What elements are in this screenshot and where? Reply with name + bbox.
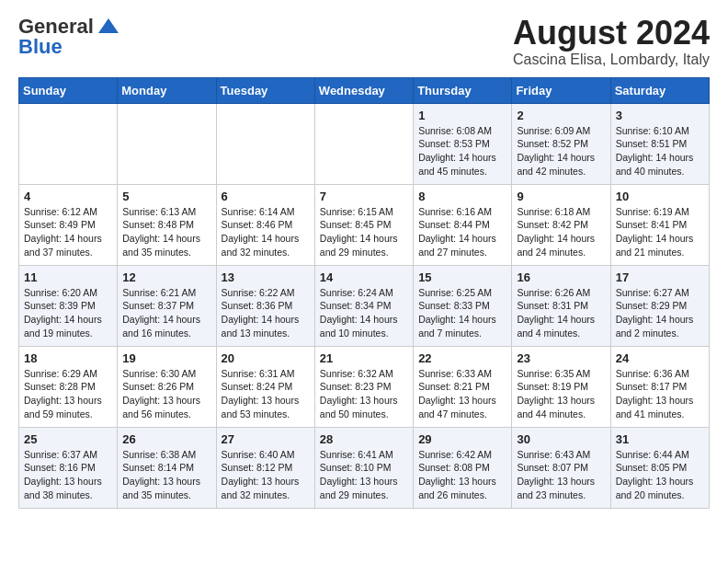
- day-number: 5: [122, 190, 210, 203]
- day-number: 8: [418, 190, 506, 203]
- calendar-cell: 13Sunrise: 6:22 AM Sunset: 8:36 PM Dayli…: [216, 265, 314, 346]
- day-number: 28: [320, 432, 408, 446]
- day-number: 2: [517, 109, 605, 122]
- calendar-cell: 28Sunrise: 6:41 AM Sunset: 8:10 PM Dayli…: [314, 427, 413, 508]
- day-info: Sunrise: 6:35 AM Sunset: 8:19 PM Dayligh…: [517, 367, 605, 421]
- calendar-cell: 18Sunrise: 6:29 AM Sunset: 8:28 PM Dayli…: [19, 346, 118, 427]
- day-info: Sunrise: 6:33 AM Sunset: 8:21 PM Dayligh…: [418, 367, 506, 421]
- day-info: Sunrise: 6:18 AM Sunset: 8:42 PM Dayligh…: [517, 205, 605, 259]
- day-info: Sunrise: 6:40 AM Sunset: 8:12 PM Dayligh…: [222, 448, 310, 502]
- calendar-cell: 11Sunrise: 6:20 AM Sunset: 8:39 PM Dayli…: [19, 265, 118, 346]
- calendar-header: SundayMondayTuesdayWednesdayThursdayFrid…: [19, 77, 710, 103]
- day-info: Sunrise: 6:43 AM Sunset: 8:07 PM Dayligh…: [517, 448, 605, 502]
- day-info: Sunrise: 6:30 AM Sunset: 8:26 PM Dayligh…: [122, 367, 210, 421]
- day-info: Sunrise: 6:16 AM Sunset: 8:44 PM Dayligh…: [418, 205, 506, 259]
- day-info: Sunrise: 6:36 AM Sunset: 8:17 PM Dayligh…: [616, 367, 704, 421]
- day-number: 24: [616, 351, 704, 365]
- day-number: 15: [418, 270, 506, 284]
- calendar-cell: 4Sunrise: 6:12 AM Sunset: 8:49 PM Daylig…: [19, 184, 118, 265]
- calendar-cell: 21Sunrise: 6:32 AM Sunset: 8:23 PM Dayli…: [314, 346, 413, 427]
- calendar-cell: 22Sunrise: 6:33 AM Sunset: 8:21 PM Dayli…: [414, 346, 512, 427]
- calendar-cell: 23Sunrise: 6:35 AM Sunset: 8:19 PM Dayli…: [512, 346, 610, 427]
- calendar-cell: 12Sunrise: 6:21 AM Sunset: 8:37 PM Dayli…: [118, 265, 216, 346]
- calendar-week-row: 25Sunrise: 6:37 AM Sunset: 8:16 PM Dayli…: [19, 427, 710, 508]
- day-number: 13: [222, 270, 310, 284]
- calendar-cell: 17Sunrise: 6:27 AM Sunset: 8:29 PM Dayli…: [610, 265, 709, 346]
- calendar-week-row: 18Sunrise: 6:29 AM Sunset: 8:28 PM Dayli…: [19, 346, 710, 427]
- weekday-header-friday: Friday: [512, 77, 610, 103]
- calendar-cell: [216, 103, 314, 184]
- day-info: Sunrise: 6:44 AM Sunset: 8:05 PM Dayligh…: [616, 448, 704, 502]
- weekday-header-wednesday: Wednesday: [314, 77, 413, 103]
- page-subtitle: Cascina Elisa, Lombardy, Italy: [513, 52, 710, 68]
- day-number: 27: [222, 432, 310, 446]
- day-number: 12: [122, 270, 210, 284]
- calendar-cell: 2Sunrise: 6:09 AM Sunset: 8:52 PM Daylig…: [512, 103, 610, 184]
- day-info: Sunrise: 6:42 AM Sunset: 8:08 PM Dayligh…: [418, 448, 506, 502]
- day-info: Sunrise: 6:37 AM Sunset: 8:16 PM Dayligh…: [24, 448, 112, 502]
- calendar-cell: 30Sunrise: 6:43 AM Sunset: 8:07 PM Dayli…: [512, 427, 610, 508]
- calendar-cell: 24Sunrise: 6:36 AM Sunset: 8:17 PM Dayli…: [610, 346, 709, 427]
- calendar-cell: 20Sunrise: 6:31 AM Sunset: 8:24 PM Dayli…: [216, 346, 314, 427]
- header: General Blue August 2024 Cascina Elisa, …: [18, 15, 710, 68]
- day-info: Sunrise: 6:27 AM Sunset: 8:29 PM Dayligh…: [616, 286, 704, 340]
- logo-icon: [97, 15, 120, 39]
- day-number: 6: [222, 190, 310, 203]
- day-info: Sunrise: 6:26 AM Sunset: 8:31 PM Dayligh…: [517, 286, 605, 340]
- calendar-cell: [118, 103, 216, 184]
- day-number: 26: [122, 432, 210, 446]
- calendar-cell: 29Sunrise: 6:42 AM Sunset: 8:08 PM Dayli…: [414, 427, 512, 508]
- calendar-cell: 10Sunrise: 6:19 AM Sunset: 8:41 PM Dayli…: [610, 184, 709, 265]
- day-info: Sunrise: 6:24 AM Sunset: 8:34 PM Dayligh…: [320, 286, 408, 340]
- day-number: 9: [517, 190, 605, 203]
- calendar-cell: 8Sunrise: 6:16 AM Sunset: 8:44 PM Daylig…: [414, 184, 512, 265]
- calendar-body: 1Sunrise: 6:08 AM Sunset: 8:53 PM Daylig…: [19, 103, 710, 508]
- calendar-week-row: 11Sunrise: 6:20 AM Sunset: 8:39 PM Dayli…: [19, 265, 710, 346]
- day-number: 29: [418, 432, 506, 446]
- day-number: 25: [24, 432, 112, 446]
- title-block: August 2024 Cascina Elisa, Lombardy, Ita…: [513, 15, 710, 68]
- day-info: Sunrise: 6:10 AM Sunset: 8:51 PM Dayligh…: [616, 124, 704, 178]
- calendar-cell: 6Sunrise: 6:14 AM Sunset: 8:46 PM Daylig…: [216, 184, 314, 265]
- day-number: 1: [418, 109, 506, 122]
- day-info: Sunrise: 6:20 AM Sunset: 8:39 PM Dayligh…: [24, 286, 112, 340]
- day-info: Sunrise: 6:32 AM Sunset: 8:23 PM Dayligh…: [320, 367, 408, 421]
- day-info: Sunrise: 6:13 AM Sunset: 8:48 PM Dayligh…: [122, 205, 210, 259]
- day-number: 20: [222, 351, 310, 365]
- page-title: August 2024: [513, 15, 710, 52]
- day-number: 4: [24, 190, 112, 203]
- day-info: Sunrise: 6:25 AM Sunset: 8:33 PM Dayligh…: [418, 286, 506, 340]
- day-info: Sunrise: 6:38 AM Sunset: 8:14 PM Dayligh…: [122, 448, 210, 502]
- svg-marker-0: [98, 18, 119, 33]
- weekday-header-tuesday: Tuesday: [216, 77, 314, 103]
- day-info: Sunrise: 6:08 AM Sunset: 8:53 PM Dayligh…: [418, 124, 506, 178]
- weekday-header-monday: Monday: [118, 77, 216, 103]
- calendar-cell: 19Sunrise: 6:30 AM Sunset: 8:26 PM Dayli…: [118, 346, 216, 427]
- day-info: Sunrise: 6:41 AM Sunset: 8:10 PM Dayligh…: [320, 448, 408, 502]
- calendar-table: SundayMondayTuesdayWednesdayThursdayFrid…: [18, 77, 710, 509]
- calendar-cell: 3Sunrise: 6:10 AM Sunset: 8:51 PM Daylig…: [610, 103, 709, 184]
- day-number: 21: [320, 351, 408, 365]
- day-info: Sunrise: 6:09 AM Sunset: 8:52 PM Dayligh…: [517, 124, 605, 178]
- calendar-cell: [314, 103, 413, 184]
- day-number: 23: [517, 351, 605, 365]
- day-number: 19: [122, 351, 210, 365]
- calendar-cell: 9Sunrise: 6:18 AM Sunset: 8:42 PM Daylig…: [512, 184, 610, 265]
- calendar-cell: 1Sunrise: 6:08 AM Sunset: 8:53 PM Daylig…: [414, 103, 512, 184]
- page: General Blue August 2024 Cascina Elisa, …: [0, 0, 728, 523]
- weekday-header-row: SundayMondayTuesdayWednesdayThursdayFrid…: [19, 77, 710, 103]
- day-info: Sunrise: 6:22 AM Sunset: 8:36 PM Dayligh…: [222, 286, 310, 340]
- calendar-cell: 27Sunrise: 6:40 AM Sunset: 8:12 PM Dayli…: [216, 427, 314, 508]
- day-number: 7: [320, 190, 408, 203]
- calendar-cell: 15Sunrise: 6:25 AM Sunset: 8:33 PM Dayli…: [414, 265, 512, 346]
- day-number: 17: [616, 270, 704, 284]
- day-info: Sunrise: 6:14 AM Sunset: 8:46 PM Dayligh…: [222, 205, 310, 259]
- calendar-week-row: 4Sunrise: 6:12 AM Sunset: 8:49 PM Daylig…: [19, 184, 710, 265]
- calendar-cell: 14Sunrise: 6:24 AM Sunset: 8:34 PM Dayli…: [314, 265, 413, 346]
- calendar-cell: 31Sunrise: 6:44 AM Sunset: 8:05 PM Dayli…: [610, 427, 709, 508]
- day-number: 10: [616, 190, 704, 203]
- day-number: 30: [517, 432, 605, 446]
- day-info: Sunrise: 6:15 AM Sunset: 8:45 PM Dayligh…: [320, 205, 408, 259]
- day-number: 14: [320, 270, 408, 284]
- day-number: 22: [418, 351, 506, 365]
